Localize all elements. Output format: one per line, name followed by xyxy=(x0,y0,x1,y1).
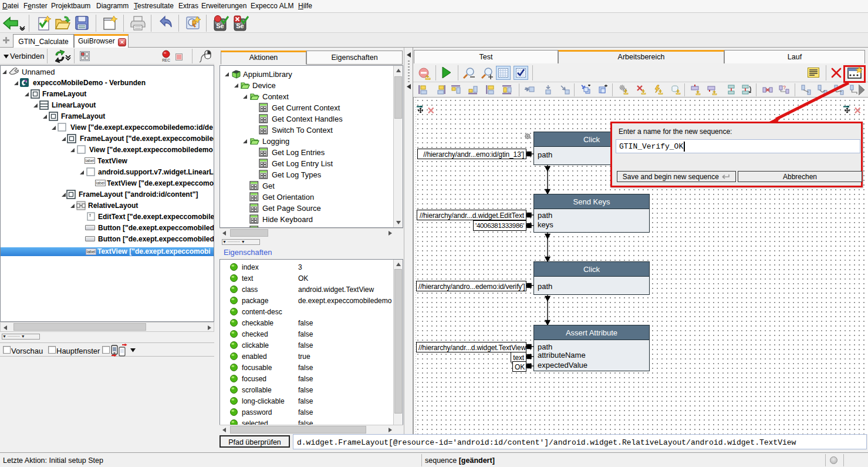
svg-text:REC: REC xyxy=(162,58,170,62)
